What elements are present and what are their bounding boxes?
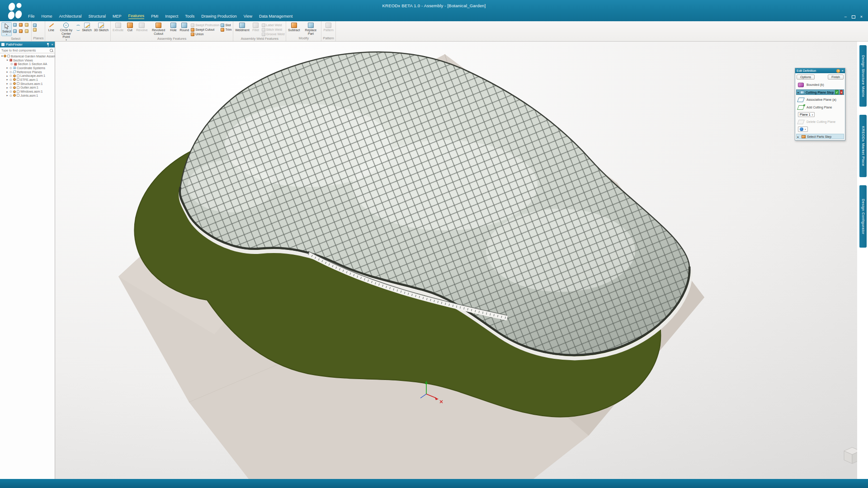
close-icon[interactable]: × [860, 15, 863, 19]
menu-drawing-production[interactable]: Drawing Production [201, 14, 237, 19]
expand-icon[interactable]: ▸ [6, 66, 9, 69]
add-cutting-plane-row[interactable]: Add Cutting Plane [795, 103, 845, 111]
revolve-button[interactable]: Revolve [136, 22, 148, 33]
swept-cutout-button[interactable]: Swept Cutout [191, 28, 219, 32]
visibility-eye-icon[interactable]: ⊙ [9, 94, 12, 97]
tree-item-coordinate-systems[interactable]: ▸ ⊙ Coordinate Systems [1, 66, 55, 70]
subtract-button[interactable]: Subtract [288, 22, 300, 33]
delete-cutting-plane-row[interactable]: Delete Cutting Plane [795, 118, 845, 126]
groove-weld-button[interactable]: Groove Weld [262, 32, 285, 36]
extrude-button[interactable]: Extrude [112, 22, 124, 33]
select-tool-icon[interactable] [25, 29, 28, 33]
tree-item-gutter[interactable]: ▸ ⊙ Gutter.asm:1 [1, 86, 55, 90]
tree-item-master-assembly[interactable]: ▾ Botanical Garden Master Assembly.asm [1, 54, 55, 58]
menu-file[interactable]: File [28, 14, 35, 19]
label-weld-button[interactable]: Label Weld [262, 23, 285, 27]
menu-mep[interactable]: MEP [113, 14, 122, 19]
expand-icon[interactable]: ▾ [1, 55, 3, 57]
visibility-eye-icon[interactable]: ⊙ [9, 82, 12, 85]
revolved-cutout-button[interactable]: Revolved Cutout [150, 22, 168, 36]
expand-icon[interactable]: ▾ [6, 59, 9, 61]
expand-icon[interactable]: ▸ [6, 82, 9, 85]
tree-item-section-views[interactable]: ▾ Section Views [1, 58, 55, 62]
select-tool-icon[interactable] [19, 23, 23, 27]
hole-button[interactable]: Hole [169, 22, 178, 33]
visibility-eye-icon[interactable]: ⊙ [10, 62, 13, 66]
swept-protrusion-button[interactable]: Swept Protrusion [191, 23, 219, 27]
expand-icon[interactable]: ▸ [6, 94, 9, 97]
arc-tool-button[interactable] [76, 23, 80, 27]
select-tool-icon[interactable] [13, 29, 17, 33]
tree-item-joints[interactable]: ▸ ⊙ Joints.asm:1 [1, 94, 55, 98]
circle-by-center-point-button[interactable]: Circle by Center Point ▾ [57, 22, 75, 41]
expand-icon[interactable]: ▸ [6, 86, 9, 89]
tree-item-windows[interactable]: ▸ ⊙ Windows.asm:1 [1, 89, 55, 94]
tree-item-structure[interactable]: ▸ ⊙ Structure.asm:1 [1, 82, 55, 86]
union-button[interactable]: Union [191, 32, 219, 36]
maximize-icon[interactable] [852, 15, 855, 19]
menu-home[interactable]: Home [42, 14, 52, 19]
tree-item-section-1[interactable]: ⊙ Section 1 Section AA [1, 62, 55, 66]
menu-inspect[interactable]: Inspect [165, 14, 178, 19]
plane-tool-button[interactable] [33, 28, 37, 32]
visibility-eye-icon[interactable]: ⊙ [9, 78, 12, 81]
help-icon[interactable]: ? [836, 69, 840, 73]
visibility-eye-icon[interactable]: ⊙ [9, 90, 12, 93]
spline-tool-button[interactable] [76, 28, 80, 32]
cut-button[interactable]: Cut [125, 22, 134, 33]
color-select-dropdown[interactable]: ▾ [798, 127, 808, 132]
select-parts-step-header[interactable]: ▸ Select Parts Step [796, 134, 844, 139]
search-input[interactable] [1, 49, 48, 52]
weldment-button[interactable]: Weldment [235, 22, 250, 33]
finish-button[interactable]: Finish [828, 75, 844, 80]
options-button[interactable]: Options [797, 75, 815, 80]
visibility-eye-icon[interactable]: ⊙ [9, 66, 12, 70]
tree-item-etfe[interactable]: ▸ ⊙ ETFE.asm:1 [1, 78, 55, 82]
accept-button[interactable]: ✓ [835, 90, 839, 94]
menu-pmi[interactable]: PMI [151, 14, 158, 19]
cutting-plane-step-header[interactable]: ▾ Cutting Plane Step ✓ × [796, 89, 844, 95]
menu-view[interactable]: View [244, 14, 252, 19]
sketch-button[interactable]: Sketch [81, 22, 92, 33]
associative-plane-row[interactable]: Associative Plane (a) [795, 96, 845, 103]
menu-tools[interactable]: Tools [185, 14, 194, 19]
tree-item-reference-planes[interactable]: ▸ ⊙ Reference Planes [1, 70, 55, 74]
search-icon[interactable] [49, 48, 53, 52]
trim-button[interactable]: Trim [221, 28, 231, 32]
close-icon[interactable]: × [841, 69, 844, 73]
visibility-eye-icon[interactable]: ⊙ [9, 74, 12, 77]
3d-viewport-canvas[interactable] [55, 42, 857, 479]
tab-design-structure-matrix[interactable]: Design Structure Matrix [859, 45, 867, 107]
pin-icon[interactable] [46, 43, 50, 47]
expand-icon[interactable]: ▸ [6, 70, 9, 73]
plane-select-dropdown[interactable]: Plane 1 ▾ [798, 112, 815, 117]
replace-part-button[interactable]: Replace Part [302, 22, 320, 36]
select-tool-icon[interactable] [25, 23, 28, 27]
3d-sketch-button[interactable]: 3D Sketch [94, 22, 109, 33]
menu-structural[interactable]: Structural [89, 14, 106, 19]
round-button[interactable]: Round [179, 22, 190, 33]
select-button[interactable]: Select ▾ [1, 22, 12, 36]
line-button[interactable]: Line [47, 22, 56, 33]
cancel-button[interactable]: × [840, 90, 843, 94]
tab-kreodx-market-place[interactable]: KREODx Market Place [859, 115, 867, 177]
menu-architectural[interactable]: Architectural [59, 14, 82, 19]
pattern-button[interactable]: Pattern [323, 22, 334, 33]
close-icon[interactable]: × [51, 43, 53, 47]
visibility-eye-icon[interactable]: ⊙ [9, 70, 12, 74]
slot-button[interactable]: Slot [221, 23, 231, 27]
bounded-row[interactable]: Bounded (b) [795, 81, 845, 89]
plane-tool-button[interactable] [33, 23, 37, 27]
minimize-icon[interactable]: – [844, 15, 847, 19]
tab-design-configurator[interactable]: Design Configurator [859, 185, 867, 248]
menu-features[interactable]: Features [128, 14, 145, 19]
menu-data-management[interactable]: Data Management [259, 14, 292, 19]
stitch-weld-button[interactable]: Stitch Weld [262, 28, 285, 32]
select-tool-icon[interactable] [19, 29, 23, 33]
visibility-eye-icon[interactable]: ⊙ [9, 86, 12, 89]
expand-icon[interactable]: ▸ [6, 75, 9, 77]
expand-icon[interactable]: ▸ [6, 90, 9, 93]
tree-item-landscape[interactable]: ▸ ⊙ Landscape.asm:1 [1, 74, 55, 78]
expand-icon[interactable]: ▸ [6, 78, 9, 81]
fillet-button[interactable]: Fillet [251, 22, 260, 33]
